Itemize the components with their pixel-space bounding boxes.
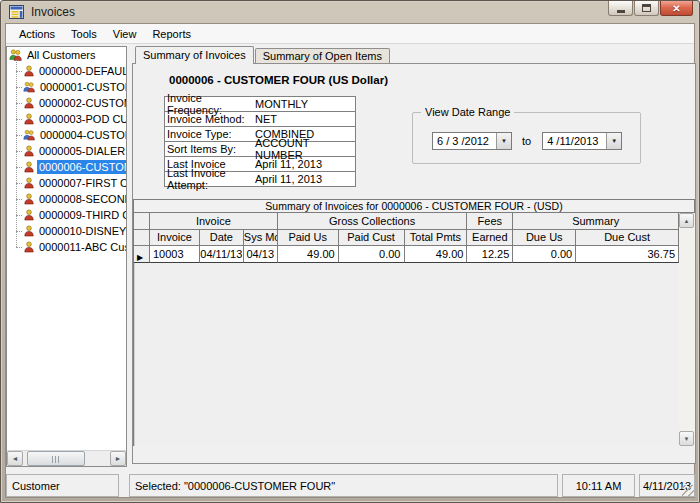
tree-item-label: 0000004-CUSTOM [38, 128, 127, 142]
cell-paid-cust[interactable]: 0.00 [339, 246, 405, 263]
tree-item-0000007[interactable]: 0000007-FIRST CL [16, 175, 126, 191]
scroll-left-button[interactable] [7, 451, 23, 466]
tree-item-label-selected: 0000006-CUSTOM [37, 160, 127, 174]
grid-table: Invoice Gross Collections Fees Summary I… [133, 213, 679, 446]
menu-actions[interactable]: Actions [11, 26, 63, 42]
tree-item-0000010[interactable]: 0000010-DISNEY ( [16, 223, 126, 239]
customer-pair-icon [23, 81, 36, 93]
to-date-dropdown[interactable]: 4 /11/2013 [542, 132, 622, 150]
scroll-down-button[interactable] [679, 431, 694, 446]
scroll-thumb[interactable] [27, 451, 85, 466]
group-gross-collections[interactable]: Gross Collections [278, 213, 468, 230]
group-summary[interactable]: Summary [513, 213, 679, 230]
grid-vertical-scrollbar[interactable] [679, 213, 695, 447]
tree-item-0000006[interactable]: 0000006-CUSTOM [16, 159, 126, 175]
col-paid-cust[interactable]: Paid Cust [339, 230, 405, 246]
customer-icon [23, 113, 35, 125]
scroll-track [85, 451, 110, 466]
info-value: April 11, 2013 [255, 158, 322, 170]
cell-earned[interactable]: 12.25 [467, 246, 513, 263]
tree-item-0000001[interactable]: 0000001-CUSTOM [16, 79, 126, 95]
customer-icon [23, 241, 35, 253]
cell-sys-mo[interactable]: 04/13 [244, 246, 278, 263]
cell-total-pmts[interactable]: 49.00 [405, 246, 468, 263]
grid-column-header-row: Invoice Date Sys Mo Paid Us Paid Cust To… [134, 230, 679, 246]
menu-tools[interactable]: Tools [63, 26, 105, 42]
row-selector-arrow[interactable] [134, 246, 150, 263]
cell-due-cust[interactable]: 36.75 [576, 246, 679, 263]
summary-of-invoices-page: 0000006 - CUSTOMER FOUR (US Dollar) Invo… [132, 63, 696, 464]
close-button[interactable] [660, 1, 693, 16]
view-date-range-group: View Date Range 6 / 3 /2012 to 4 /11/201… [412, 112, 641, 164]
tree-item-0000002[interactable]: 0000002-CUSTOM [16, 95, 126, 111]
tree-item-label: 0000003-POD CUS [37, 112, 127, 126]
group-invoice[interactable]: Invoice [150, 213, 278, 230]
customer-icon [23, 177, 35, 189]
customer-pair-icon [23, 129, 36, 141]
form-icon[interactable] [9, 5, 24, 19]
status-context: Customer [6, 474, 119, 497]
col-earned[interactable]: Earned [467, 230, 513, 246]
minimize-icon [617, 10, 625, 13]
cell-due-us[interactable]: 0.00 [513, 246, 576, 263]
col-total-pmts[interactable]: Total Pmts [405, 230, 468, 246]
app-window: Invoices Actions Tools View Reports [0, 0, 700, 503]
tab-summary-of-invoices[interactable]: Summary of Invoices [135, 46, 254, 64]
col-paid-us[interactable]: Paid Us [278, 230, 339, 246]
maximize-button[interactable] [634, 1, 659, 16]
info-value: MONTHLY [255, 98, 308, 110]
customer-icon [23, 97, 35, 109]
info-label: Invoice Method: [167, 113, 255, 125]
tree-item-label: 0000000-DEFAULT [37, 64, 127, 78]
col-invoice[interactable]: Invoice [150, 230, 200, 246]
customer-heading: 0000006 - CUSTOMER FOUR (US Dollar) [169, 74, 388, 86]
menu-view[interactable]: View [105, 26, 145, 42]
cell-date[interactable]: 04/11/13 [200, 246, 244, 263]
col-due-cust[interactable]: Due Cust [576, 230, 679, 246]
menu-reports[interactable]: Reports [144, 26, 199, 42]
tab-summary-of-open-items[interactable]: Summary of Open Items [255, 48, 390, 63]
scroll-up-button[interactable] [679, 213, 694, 228]
minimize-button[interactable] [608, 1, 633, 16]
resize-grip[interactable] [682, 485, 694, 497]
col-date[interactable]: Date [200, 230, 244, 246]
info-value: April 11, 2013 [255, 173, 322, 185]
tree-item-0000008[interactable]: 0000008-SECOND [16, 191, 126, 207]
info-label: Sort Items By: [167, 143, 255, 155]
close-icon [672, 2, 680, 14]
tree-root-all-customers[interactable]: All Customers [7, 47, 126, 63]
tree-item-0000003[interactable]: 0000003-POD CUS [16, 111, 126, 127]
tree-item-0000009[interactable]: 0000009-THIRD CU [16, 207, 126, 223]
maximize-icon [642, 4, 651, 12]
customer-icon [23, 161, 35, 173]
tab-control: Summary of Invoices Summary of Open Item… [132, 45, 696, 464]
col-due-us[interactable]: Due Us [513, 230, 576, 246]
tree-horizontal-scrollbar[interactable] [7, 450, 126, 466]
tree-item-0000011[interactable]: 0000011-ABC Cust [16, 239, 126, 255]
group-title: View Date Range [421, 106, 514, 118]
cell-invoice[interactable]: 10003 [150, 246, 200, 263]
info-row: Invoice Frequency: MONTHLY [164, 96, 356, 112]
tree-item-label: 0000007-FIRST CL [37, 176, 127, 190]
info-value: NET [255, 113, 277, 125]
customer-icon [23, 65, 35, 77]
tree-item-label: 0000010-DISNEY ( [37, 224, 127, 238]
customer-icon [23, 193, 35, 205]
scroll-right-button[interactable] [110, 451, 126, 466]
grid-data-row[interactable]: 10003 04/11/13 04/13 49.00 0.00 49.00 12… [134, 246, 679, 263]
tree-item-label: 0000009-THIRD CU [37, 208, 127, 222]
grid-group-header-row: Invoice Gross Collections Fees Summary [134, 213, 679, 230]
group-fees[interactable]: Fees [467, 213, 513, 230]
from-date-dropdown[interactable]: 6 / 3 /2012 [432, 132, 512, 150]
to-label: to [522, 135, 531, 147]
tree-item-0000005[interactable]: 0000005-DIALER T [16, 143, 126, 159]
dropdown-arrow-icon[interactable] [606, 133, 621, 149]
row-selector-header [134, 230, 150, 246]
dropdown-arrow-icon[interactable] [496, 133, 511, 149]
customer-icon [23, 209, 35, 221]
tree-item-0000004[interactable]: 0000004-CUSTOM [16, 127, 126, 143]
tree-item-0000000[interactable]: 0000000-DEFAULT [16, 63, 126, 79]
cell-paid-us[interactable]: 49.00 [278, 246, 339, 263]
title-bar[interactable]: Invoices [5, 1, 695, 23]
col-sys-mo[interactable]: Sys Mo [244, 230, 278, 246]
